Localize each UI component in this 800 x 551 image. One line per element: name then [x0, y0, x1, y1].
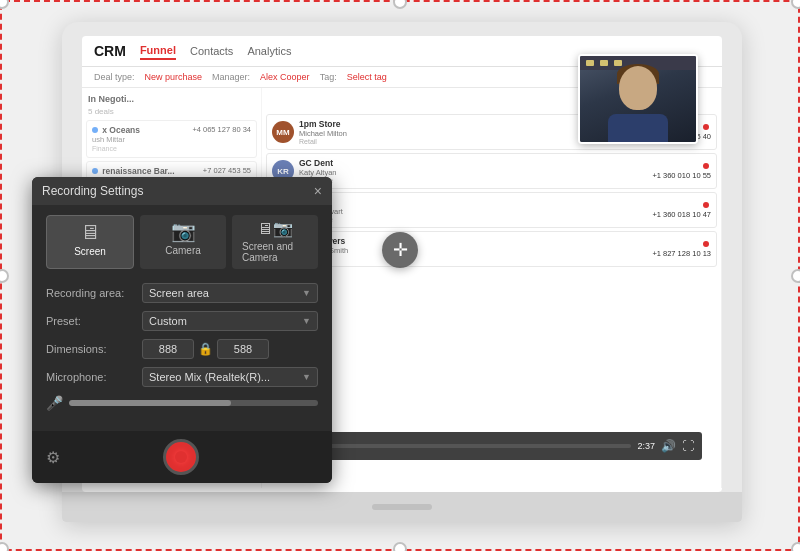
card-dept: Healthcare — [299, 177, 647, 184]
recording-area-label: Recording area: — [46, 287, 136, 299]
card-dept: Retail — [299, 255, 647, 262]
crm-column-title: In Negoti... — [86, 94, 257, 104]
height-input[interactable] — [217, 339, 269, 359]
microphone-row: Microphone: Stereo Mix (Realtek(R)... ▼ — [46, 367, 318, 387]
screen-icon: 🖥 — [80, 222, 100, 242]
card-name: GC Dent — [299, 158, 647, 168]
chevron-down-icon: ▼ — [302, 316, 311, 326]
table-row: AS ProFlowers Amanda Smith Retail +1 827… — [266, 231, 717, 267]
card-status-dot — [92, 127, 98, 133]
microphone-icon: 🎤 — [46, 395, 63, 411]
card-person: ush Mittar — [92, 135, 125, 144]
ceiling-light — [614, 60, 622, 66]
preset-value: Custom — [149, 315, 187, 327]
card-status-dot — [92, 168, 98, 174]
resize-handle-right-center[interactable] — [791, 269, 800, 283]
resize-handle-bottom-left[interactable] — [0, 542, 9, 551]
mic-level-row: 🎤 — [46, 395, 318, 411]
mode-camera-label: Camera — [165, 245, 201, 256]
card-status-dot — [703, 124, 709, 130]
resize-handle-top-right[interactable] — [791, 0, 800, 9]
preset-select[interactable]: Custom ▼ — [142, 311, 318, 331]
resize-handle-bottom-center[interactable] — [393, 542, 407, 551]
webcam-overlay — [578, 54, 698, 144]
record-button[interactable] — [163, 439, 199, 475]
resize-handle-bottom-right[interactable] — [791, 542, 800, 551]
card-amount: +1 360 018 10 47 — [652, 210, 711, 219]
laptop-base — [62, 492, 742, 522]
manager-value[interactable]: Alex Cooper — [260, 72, 310, 82]
crm-nav-funnel[interactable]: Funnel — [140, 42, 176, 60]
microphone-label: Microphone: — [46, 371, 136, 383]
resize-handle-top-left[interactable] — [0, 0, 9, 9]
video-time: 2:37 — [637, 441, 655, 451]
card-amount: +1 827 128 10 13 — [652, 249, 711, 258]
dimensions-row: Dimensions: 🔒 — [46, 339, 318, 359]
ceiling-light — [600, 60, 608, 66]
recording-area-value: Screen area — [149, 287, 209, 299]
card-person: Kelly Stewart — [299, 207, 647, 216]
mode-screen-button[interactable]: 🖥 Screen — [46, 215, 134, 269]
person-body — [608, 114, 668, 142]
card-status-dot — [703, 202, 709, 208]
mode-camera-button[interactable]: 📷 Camera — [140, 215, 226, 269]
panel-title: Recording Settings — [42, 184, 143, 198]
mode-screen-camera-label: Screen and Camera — [242, 241, 308, 263]
recording-settings-panel: Recording Settings × 🖥 Screen 📷 Camera 🖥… — [32, 177, 332, 483]
deal-type-label: Deal type: — [94, 72, 135, 82]
crm-column-subtitle: 5 deals — [86, 107, 257, 116]
microphone-value: Stereo Mix (Realtek(R)... — [149, 371, 270, 383]
card-name: Space — [299, 197, 647, 207]
card-name: ProFlowers — [299, 236, 647, 246]
panel-titlebar: Recording Settings × — [32, 177, 332, 205]
avatar: MM — [272, 121, 294, 143]
gear-icon[interactable]: ⚙ — [46, 448, 60, 467]
volume-fill — [69, 400, 231, 406]
card-dept: Healthcare — [299, 216, 647, 223]
card-amount: +7 027 453 55 — [203, 166, 251, 175]
move-cursor-icon[interactable]: ✛ — [382, 232, 418, 268]
volume-bar — [69, 400, 318, 406]
tag-label: Tag: — [320, 72, 337, 82]
chevron-down-icon: ▼ — [302, 288, 311, 298]
chevron-down-icon: ▼ — [302, 372, 311, 382]
laptop-notch — [372, 504, 432, 510]
tag-value[interactable]: Select tag — [347, 72, 387, 82]
preset-label: Preset: — [46, 315, 136, 327]
table-row: x Oceans +4 065 127 80 34 ush Mittar Fin… — [86, 120, 257, 158]
webcam-person — [580, 56, 696, 142]
panel-close-button[interactable]: × — [314, 184, 322, 198]
card-amount: +1 360 010 10 55 — [652, 171, 711, 180]
dimensions-inputs: 🔒 — [142, 339, 269, 359]
table-row: KR GC Dent Katy Altyan Healthcare +1 360… — [266, 153, 717, 189]
table-row: KS Space Kelly Stewart Healthcare +1 360… — [266, 192, 717, 228]
recording-area-select[interactable]: Screen area ▼ — [142, 283, 318, 303]
card-amount: +4 065 127 80 34 — [192, 125, 251, 134]
width-input[interactable] — [142, 339, 194, 359]
volume-icon[interactable]: 🔊 — [661, 439, 676, 453]
record-indicator — [175, 451, 187, 463]
card-dept: Finance — [92, 145, 117, 152]
resize-handle-left-center[interactable] — [0, 269, 9, 283]
screen-capture-frame: CRM Funnel Contacts Analytics Deal type:… — [0, 0, 800, 551]
microphone-select[interactable]: Stereo Mix (Realtek(R)... ▼ — [142, 367, 318, 387]
manager-label: Manager: — [212, 72, 250, 82]
panel-bottom-bar: ⚙ — [32, 431, 332, 483]
crm-nav-analytics[interactable]: Analytics — [247, 43, 291, 59]
camera-icon: 📷 — [171, 221, 196, 241]
lock-icon[interactable]: 🔒 — [198, 342, 213, 356]
card-status-dot — [703, 163, 709, 169]
resize-handle-top-center[interactable] — [393, 0, 407, 9]
person-head — [619, 66, 657, 110]
card-person: Katy Altyan — [299, 168, 647, 177]
fullscreen-icon[interactable]: ⛶ — [682, 439, 694, 453]
mode-screen-label: Screen — [74, 246, 106, 257]
deal-type-value[interactable]: New purchase — [145, 72, 203, 82]
dimensions-label: Dimensions: — [46, 343, 136, 355]
mode-screen-camera-button[interactable]: 🖥📷 Screen and Camera — [232, 215, 318, 269]
screen-camera-icon: 🖥📷 — [257, 221, 293, 237]
crm-nav-contacts[interactable]: Contacts — [190, 43, 233, 59]
recording-area-row: Recording area: Screen area ▼ — [46, 283, 318, 303]
card-person: Amanda Smith — [299, 246, 647, 255]
card-name: x Oceans — [102, 125, 140, 135]
